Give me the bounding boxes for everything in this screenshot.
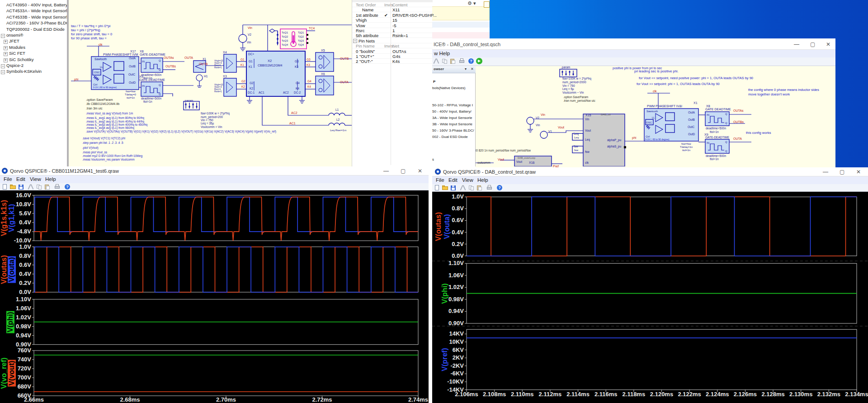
wave-left-menubar[interactable]: FileEditViewHelp [0, 175, 429, 183]
save-icon[interactable] [18, 184, 24, 190]
tree-item[interactable]: ACT43950 - 400V Input, Battery/C [6, 2, 72, 7]
symbol-list-item[interactable]: 3A - Wide Input Sensorle [432, 116, 472, 120]
run-icon[interactable]: ▶ [476, 58, 482, 64]
tree-item[interactable]: +JFET [4, 38, 19, 44]
y-tick-label: 0.2V [19, 280, 31, 286]
new-file-icon[interactable] [1, 184, 8, 190]
dab-menubar[interactable]: w Help [432, 50, 835, 57]
cut-icon[interactable] [28, 184, 34, 190]
cut-icon[interactable] [460, 185, 467, 191]
print-icon[interactable] [486, 185, 493, 191]
save-icon[interactable] [450, 185, 457, 191]
copy-icon[interactable] [36, 184, 42, 190]
symbol-list-item[interactable]: 50-102 - RFPoL Voltage I [432, 103, 473, 107]
tree-item[interactable]: −Qspice-2 [1, 63, 24, 68]
property-row[interactable]: Text OrderInvis.Content [352, 2, 433, 7]
help-icon[interactable]: ? [64, 184, 71, 190]
tree-item[interactable]: ACT4533A - Wide Input Sensorle [6, 8, 70, 13]
property-row[interactable]: 2 "OUT-"K4s [352, 59, 433, 64]
tree-item[interactable]: −onsemi® [1, 33, 24, 38]
help-icon[interactable]: ? [496, 185, 503, 191]
property-row[interactable]: Vhigh15 [352, 18, 433, 23]
symbol-list-item[interactable]: 50 - 160V 3-Phase BLDC/ [432, 128, 474, 133]
wave-left-titlebar[interactable]: Qorvo QSPICE® - CBB011M12GM41_test6.qraw… [0, 166, 429, 175]
symbol-list-item[interactable]: 3B - Wide Input Sensorle [432, 122, 472, 126]
property-row[interactable]: Vlow-5 [352, 23, 433, 28]
symbol-list-item[interactable]: 002 - Dual ESD Diode [432, 135, 468, 139]
property-row[interactable]: 0 "boolIN"OUTAs [352, 49, 433, 54]
gear-icon[interactable]: ⚙ ▾ [467, 0, 476, 6]
tree-item[interactable]: +Modules [4, 45, 25, 50]
dab-close-button[interactable]: ✕ [826, 41, 830, 47]
symbol-list-item[interactable]: P [433, 80, 435, 84]
dab-symbol-list[interactable]: Pbols(Native Devices)50-102 - RFPoL Volt… [432, 73, 476, 166]
property-row[interactable]: Pin Nets− [352, 38, 433, 43]
wave-right-close-button[interactable]: ✕ [856, 169, 861, 175]
menu-edit[interactable]: Edit [448, 177, 458, 183]
menu-file[interactable]: File [436, 177, 444, 183]
symbol-list-item[interactable]: bols(Native Devices) [432, 86, 465, 90]
copy-icon[interactable] [441, 58, 448, 64]
menu-edit[interactable]: Edit [16, 176, 25, 182]
tree-expand-icon[interactable]: + [4, 40, 8, 44]
dab-menu-visible[interactable]: w Help [434, 51, 450, 56]
symbol-list-item[interactable]: 50 - 400V Input, Battery/ [432, 109, 472, 114]
main-canvas[interactable]: tau / T = tau*frq = phi /2*pitau = phi /… [69, 0, 352, 166]
property-row[interactable]: 5th attributeRsink=1 [352, 33, 433, 38]
menu-view[interactable]: View [462, 177, 473, 183]
wave-left-maximize-button[interactable]: ▢ [401, 168, 406, 174]
component-tree[interactable]: ACT43950 - 400V Input, Battery/CACT4533A… [0, 0, 67, 166]
tree-item[interactable]: ACT4533B - Wide Input Sensorles [6, 14, 72, 19]
wave-right-menubar[interactable]: FileEditViewHelp [432, 176, 868, 184]
wave-left-toolbar[interactable]: ? [0, 183, 429, 190]
menu-file[interactable]: File [4, 176, 12, 182]
property-row[interactable]: Pin NameInvis.Net [352, 43, 433, 48]
open-folder-icon[interactable] [442, 185, 448, 191]
dab-canvas[interactable]: positive phi is power from pri to secpri… [476, 66, 835, 167]
tree-item[interactable]: +SiC Schottky [4, 57, 33, 62]
menu-help[interactable]: Help [45, 176, 56, 182]
tree-collapse-icon[interactable]: − [1, 64, 5, 68]
section-collapse-icon[interactable]: − [353, 39, 357, 43]
cut-icon[interactable] [433, 58, 440, 64]
dab-panel-close-icon[interactable]: ✕ [471, 67, 474, 71]
tree-item[interactable]: +SiC FET [4, 51, 25, 56]
tree-expand-icon[interactable]: + [4, 52, 8, 56]
help-icon[interactable]: ? [467, 58, 474, 64]
wave-right-maximize-button[interactable]: ▢ [840, 169, 844, 175]
tree-item[interactable]: ACI72350 - 160V 3-Phase BLDC/ [6, 20, 71, 25]
tree-collapse-icon[interactable]: − [1, 34, 5, 38]
property-row[interactable]: 1st attribute✔DRIVER-ISO-PUSHP... [352, 13, 433, 18]
dab-panel-dropdown-icon[interactable]: ▾ [465, 67, 467, 71]
wave-right-toolbar[interactable]: ? [432, 184, 868, 192]
dab-toolbar[interactable]: ?▶ [432, 57, 835, 66]
dab-minimize-button[interactable]: — [794, 41, 799, 47]
print-icon[interactable] [458, 58, 465, 64]
sliver-badge-icon[interactable] [484, 1, 490, 8]
paste-icon[interactable] [44, 184, 51, 190]
tree-item[interactable]: TQP200002 - Dual ESD Diode [6, 27, 65, 32]
property-row[interactable]: Rsrc1 [352, 28, 433, 33]
wave-right-titlebar[interactable]: Qorvo QSPICE® - DAB_control_test.qraw — … [432, 167, 868, 176]
new-file-icon[interactable] [434, 185, 440, 191]
property-row[interactable]: 1 "OUT+"G4s [352, 54, 433, 59]
tree-expand-icon[interactable]: + [4, 58, 8, 62]
wave-right-minimize-button[interactable]: — [823, 169, 828, 175]
tree-item[interactable]: −Symbols-KSKelvin [1, 69, 42, 74]
wave-left-minimize-button[interactable]: — [383, 168, 389, 174]
dab-maximize-button[interactable]: ▢ [810, 41, 815, 47]
menu-help[interactable]: Help [477, 177, 488, 183]
open-folder-icon[interactable] [9, 184, 16, 190]
tree-expand-icon[interactable]: + [4, 46, 8, 50]
tree-collapse-icon[interactable]: − [1, 70, 5, 74]
schematic1-text: TjQ2 [298, 35, 304, 38]
copy-icon[interactable] [468, 185, 475, 191]
paste-icon[interactable] [449, 58, 456, 64]
paste-icon[interactable] [476, 185, 483, 191]
menu-view[interactable]: View [30, 176, 41, 182]
dab-panel-header[interactable]: owser ▾ ✕ [432, 66, 476, 73]
dab-titlebar[interactable]: ICE® - DAB_control_test.qsch — ▢ ✕ [432, 38, 835, 50]
wave-left-close-button[interactable]: ✕ [418, 168, 422, 174]
property-row[interactable]: NameX11 [352, 7, 433, 12]
print-icon[interactable] [54, 184, 61, 190]
